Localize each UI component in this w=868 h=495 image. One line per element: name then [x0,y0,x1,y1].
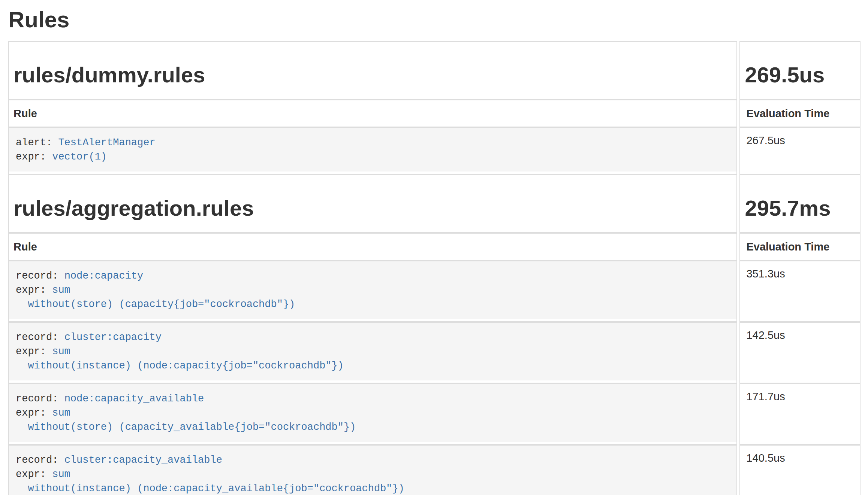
rule-definition: record: node:capacity_available expr: su… [9,384,736,442]
rule-name-keyword: record: [16,332,58,343]
rules-table: rules/dummy.rules269.5usRuleEvaluation T… [6,41,863,495]
rule-expr-keyword: expr: [16,469,46,480]
eval-time-value: 267.5us [739,127,861,174]
rule-name-keyword: record: [16,393,58,404]
group-file-cell: rules/dummy.rules [8,41,737,100]
rule-column-header: Rule [8,233,737,261]
rules-table-body: rules/dummy.rules269.5usRuleEvaluation T… [8,41,861,495]
rule-cell: record: node:capacity_available expr: su… [8,383,737,445]
column-header-row: RuleEvaluation Time [8,100,861,127]
rule-expr-link[interactable]: sum without(instance) (node:capacity{job… [16,346,344,371]
rule-expr-link[interactable]: sum without(instance) (node:capacity_ava… [16,469,404,494]
eval-time-value: 171.7us [739,383,861,445]
column-header-row: RuleEvaluation Time [8,233,861,261]
eval-time-column-header: Evaluation Time [739,100,861,127]
rule-expr-link[interactable]: sum without(store) (capacity_available{j… [16,407,356,433]
rule-name-keyword: record: [16,455,58,466]
eval-time-column-header: Evaluation Time [739,233,861,261]
eval-time-value: 351.3us [739,261,861,322]
group-eval-total: 295.7ms [745,196,855,220]
group-eval-total-cell: 269.5us [739,41,861,100]
group-file-heading: rules/aggregation.rules [13,196,732,220]
rule-row: alert: TestAlertManager expr: vector(1)2… [8,127,861,174]
rule-expr-link[interactable]: sum without(store) (capacity{job="cockro… [16,285,295,310]
rule-cell: alert: TestAlertManager expr: vector(1) [8,127,737,174]
rule-name-link[interactable]: TestAlertManager [58,137,155,148]
rule-column-header: Rule [8,100,737,127]
rule-expr-keyword: expr: [16,346,46,357]
rule-name-link[interactable]: node:capacity [64,270,144,282]
rule-expr-keyword: expr: [16,407,46,419]
rule-expr-keyword: expr: [16,285,46,296]
group-heading-row: rules/aggregation.rules295.7ms [8,174,861,233]
rule-cell: record: cluster:capacity expr: sum witho… [8,322,737,383]
rule-definition: record: cluster:capacity_available expr:… [9,446,736,495]
rule-definition: record: node:capacity expr: sum without(… [9,261,736,319]
rule-row: record: node:capacity expr: sum without(… [8,261,861,322]
rule-expr-keyword: expr: [16,151,46,163]
rule-row: record: node:capacity_available expr: su… [8,383,861,445]
eval-time-value: 140.5us [739,445,861,495]
group-eval-total: 269.5us [745,63,855,87]
rule-cell: record: node:capacity expr: sum without(… [8,261,737,322]
rule-name-link[interactable]: node:capacity_available [64,393,204,404]
rule-name-link[interactable]: cluster:capacity [64,332,162,343]
rule-definition: record: cluster:capacity expr: sum witho… [9,323,736,380]
group-eval-total-cell: 295.7ms [739,174,861,233]
rule-cell: record: cluster:capacity_available expr:… [8,445,737,495]
rule-name-link[interactable]: cluster:capacity_available [64,455,222,466]
group-heading-row: rules/dummy.rules269.5us [8,41,861,100]
rule-row: record: cluster:capacity expr: sum witho… [8,322,861,383]
page-title: Rules [8,7,868,32]
eval-time-value: 142.5us [739,322,861,383]
rule-expr-link[interactable]: vector(1) [52,151,107,163]
rule-name-keyword: record: [16,270,58,282]
group-file-cell: rules/aggregation.rules [8,174,737,233]
rule-definition: alert: TestAlertManager expr: vector(1) [9,128,736,171]
rule-name-keyword: alert: [16,137,52,148]
group-file-heading: rules/dummy.rules [13,63,732,87]
rule-row: record: cluster:capacity_available expr:… [8,445,861,495]
